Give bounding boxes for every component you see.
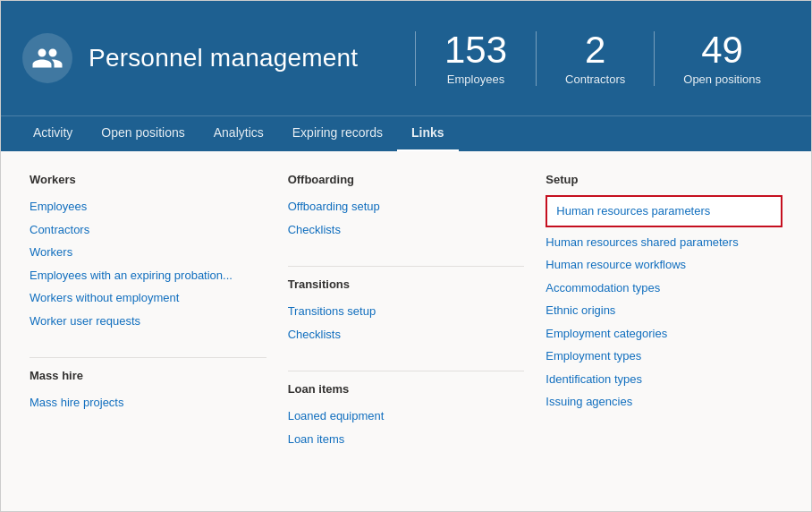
- link-accommodation-types[interactable]: Accommodation types: [546, 277, 782, 300]
- link-employment-types[interactable]: Employment types: [546, 345, 782, 368]
- section-title: Loan items: [288, 382, 525, 396]
- link-employees[interactable]: Employees: [30, 195, 266, 218]
- app-icon: [22, 33, 72, 83]
- stat-label: Open positions: [683, 73, 761, 86]
- section-title: Offboarding: [288, 173, 525, 186]
- stat-contractors: 2 Contractors: [536, 31, 654, 86]
- app-title: Personnel management: [89, 44, 415, 73]
- link-ethnic-origins[interactable]: Ethnic origins: [546, 299, 782, 322]
- link-transitions-setup[interactable]: Transitions setup: [288, 300, 525, 323]
- section-title: Mass hire: [30, 369, 266, 382]
- column-2: SetupHuman resources parametersHuman res…: [546, 173, 782, 475]
- link-employment-categories[interactable]: Employment categories: [546, 322, 782, 346]
- link-checklists[interactable]: Checklists: [288, 218, 525, 242]
- stats-container: 153 Employees 2 Contractors 49 Open posi…: [415, 31, 790, 86]
- section-loan-items: Loan itemsLoaned equipmentLoan items: [288, 382, 525, 450]
- content-area: WorkersEmployeesContractorsWorkersEmploy…: [1, 151, 811, 511]
- link-contractors[interactable]: Contractors: [30, 218, 266, 242]
- section-title: Transitions: [288, 277, 525, 291]
- section-setup: SetupHuman resources parametersHuman res…: [546, 173, 782, 414]
- nav-item-analytics[interactable]: Analytics: [199, 115, 278, 151]
- stat-open positions: 49 Open positions: [654, 31, 790, 86]
- section-transitions: TransitionsTransitions setupChecklists: [288, 277, 525, 346]
- section-divider: [288, 371, 525, 371]
- section-divider: [288, 266, 525, 267]
- nav-bar: ActivityOpen positionsAnalyticsExpiring …: [1, 115, 811, 151]
- nav-item-open-positions[interactable]: Open positions: [87, 115, 199, 151]
- link-worker-user-requests[interactable]: Worker user requests: [30, 310, 266, 333]
- link-human-resources-parameters[interactable]: Human resources parameters: [546, 195, 782, 227]
- link-offboarding-setup[interactable]: Offboarding setup: [288, 195, 525, 218]
- header: Personnel management 153 Employees 2 Con…: [1, 1, 811, 115]
- link-human-resource-workflows[interactable]: Human resource workflows: [546, 253, 782, 277]
- link-loan-items[interactable]: Loan items: [288, 428, 525, 451]
- links-grid: WorkersEmployeesContractorsWorkersEmploy…: [30, 173, 782, 475]
- stat-number: 2: [565, 31, 625, 69]
- link-mass-hire-projects[interactable]: Mass hire projects: [30, 391, 266, 414]
- stat-employees: 153 Employees: [415, 31, 536, 86]
- nav-item-links[interactable]: Links: [397, 115, 459, 151]
- link-human-resources-shared-parameters[interactable]: Human resources shared parameters: [546, 231, 782, 254]
- link-workers[interactable]: Workers: [30, 241, 266, 264]
- stat-number: 49: [683, 31, 761, 69]
- link-employees-with-an-expiring-probation[interactable]: Employees with an expiring probation...: [30, 264, 266, 287]
- link-checklists[interactable]: Checklists: [288, 323, 525, 346]
- section-divider: [30, 357, 266, 358]
- section-workers: WorkersEmployeesContractorsWorkersEmploy…: [30, 173, 266, 332]
- section-offboarding: OffboardingOffboarding setupChecklists: [288, 173, 525, 241]
- column-1: OffboardingOffboarding setupChecklistsTr…: [288, 173, 525, 475]
- nav-item-expiring-records[interactable]: Expiring records: [278, 115, 397, 151]
- section-title: Workers: [30, 173, 266, 186]
- column-0: WorkersEmployeesContractorsWorkersEmploy…: [30, 173, 266, 475]
- stat-label: Employees: [444, 73, 507, 86]
- link-identification-types[interactable]: Identification types: [546, 368, 782, 391]
- stat-label: Contractors: [565, 73, 625, 86]
- link-issuing-agencies[interactable]: Issuing agencies: [546, 390, 782, 414]
- section-mass-hire: Mass hireMass hire projects: [30, 369, 266, 414]
- link-loaned-equipment[interactable]: Loaned equipment: [288, 405, 525, 428]
- nav-item-activity[interactable]: Activity: [19, 115, 87, 151]
- section-title: Setup: [546, 173, 782, 186]
- stat-number: 153: [444, 31, 507, 69]
- link-workers-without-employment[interactable]: Workers without employment: [30, 286, 266, 310]
